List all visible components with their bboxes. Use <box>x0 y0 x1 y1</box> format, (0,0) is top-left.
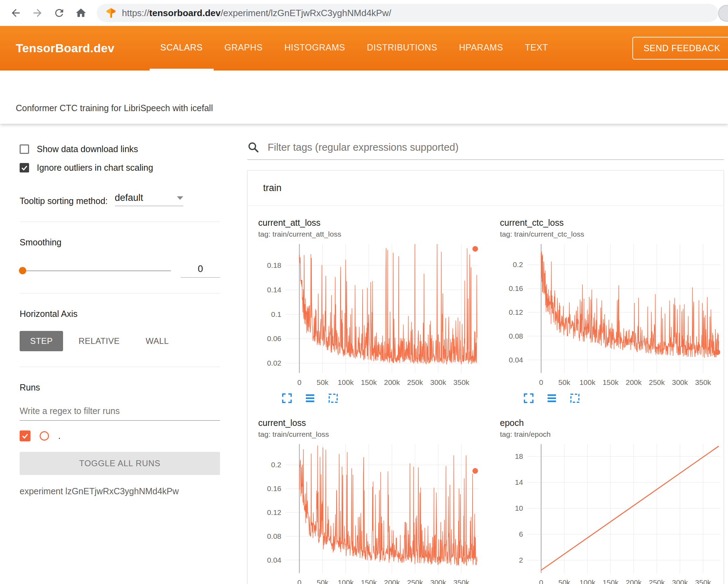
show-download-links-row: Show data download links <box>20 144 220 154</box>
smoothing-label: Smoothing <box>20 237 220 247</box>
tab-hparams[interactable]: HPARAMS <box>448 26 514 70</box>
send-feedback-button[interactable]: SEND FEEDBACK <box>632 37 728 60</box>
url-text: https://tensorboard.dev/experiment/lzGnE… <box>122 8 391 19</box>
axis-relative-button[interactable]: RELATIVE <box>68 331 130 351</box>
tooltip-sorting-label: Tooltip sorting method: <box>20 196 108 206</box>
svg-text:150k: 150k <box>361 378 377 386</box>
section-title-train[interactable]: train <box>248 171 723 206</box>
svg-text:0.02: 0.02 <box>267 359 281 367</box>
svg-text:350k: 350k <box>453 378 469 386</box>
ignore-outliers-label: Ignore outliers in chart scaling <box>37 163 153 173</box>
home-icon[interactable] <box>75 7 87 19</box>
svg-text:0.16: 0.16 <box>267 484 281 493</box>
smoothing-slider[interactable] <box>20 270 171 271</box>
scalar-chart-current-loss: current_loss tag: train/current_loss 0.0… <box>258 418 482 584</box>
svg-text:0.08: 0.08 <box>509 332 523 340</box>
ignore-outliers-row: Ignore outliers in chart scaling <box>20 163 220 173</box>
svg-text:250k: 250k <box>407 578 423 584</box>
chart-canvas[interactable]: 0.040.080.120.160.2050k100k150k200k250k3… <box>258 441 482 584</box>
chart-canvas[interactable]: 0.040.080.120.160.2050k100k150k200k250k3… <box>500 241 724 390</box>
run-checkbox[interactable] <box>20 430 30 441</box>
reload-icon[interactable] <box>53 7 65 19</box>
chart-actions <box>258 393 482 404</box>
svg-text:0: 0 <box>297 578 302 584</box>
tensorboard-favicon <box>106 8 116 18</box>
tab-scalars[interactable]: SCALARS <box>150 26 214 70</box>
scalar-chart-current-att-loss: current_att_loss tag: train/current_att_… <box>258 218 482 404</box>
axis-step-button[interactable]: STEP <box>20 331 63 351</box>
three-lines-icon[interactable] <box>304 393 316 404</box>
fit-domain-icon[interactable] <box>328 393 339 404</box>
url-path: /experiment/lzGnETjwRxC3yghNMd4kPw/ <box>221 8 391 18</box>
search-icon <box>247 141 259 153</box>
svg-text:150k: 150k <box>361 578 377 584</box>
app-logo[interactable]: TensorBoard.dev <box>16 41 115 55</box>
svg-text:100k: 100k <box>579 578 596 584</box>
chart-tag: tag: train/epoch <box>500 430 724 439</box>
smoothing-control: 0 <box>20 264 220 278</box>
url-domain: tensorboard.dev <box>149 8 221 18</box>
run-name: . <box>58 431 61 441</box>
svg-text:0.14: 0.14 <box>267 286 281 294</box>
expand-chart-icon[interactable] <box>281 393 293 404</box>
svg-text:2: 2 <box>519 556 523 564</box>
svg-text:300k: 300k <box>672 578 688 584</box>
chevron-down-icon <box>177 196 183 200</box>
chart-actions <box>500 393 724 404</box>
tab-distributions[interactable]: DISTRIBUTIONS <box>356 26 448 70</box>
svg-text:300k: 300k <box>672 378 688 386</box>
svg-text:0: 0 <box>297 378 302 386</box>
filter-tags-input[interactable] <box>268 142 724 153</box>
svg-text:350k: 350k <box>453 578 469 584</box>
svg-text:50k: 50k <box>558 378 570 386</box>
show-download-links-checkbox[interactable] <box>20 144 29 154</box>
toggle-all-runs-button[interactable]: TOGGLE ALL RUNS <box>20 452 220 475</box>
svg-text:250k: 250k <box>649 578 665 584</box>
url-scheme: https:// <box>122 8 149 18</box>
run-color-swatch[interactable] <box>40 431 49 441</box>
svg-text:200k: 200k <box>384 378 400 386</box>
chart-tag: tag: train/current_att_loss <box>258 230 482 238</box>
svg-text:0.08: 0.08 <box>267 532 281 540</box>
svg-text:18: 18 <box>515 452 523 460</box>
svg-text:0.2: 0.2 <box>271 461 281 469</box>
chart-title: current_ctc_loss <box>500 218 724 228</box>
svg-text:0.1: 0.1 <box>271 310 281 318</box>
svg-text:100k: 100k <box>338 578 354 584</box>
svg-text:0.06: 0.06 <box>267 334 281 342</box>
smoothing-value-field[interactable]: 0 <box>181 264 220 278</box>
chart-canvas[interactable]: 26101418050k100k150k200k250k300k350k <box>500 441 724 584</box>
tab-graphs[interactable]: GRAPHS <box>214 26 274 70</box>
experiment-title-bar: Conformer CTC training for LibriSpeech w… <box>0 70 728 124</box>
run-row: . <box>20 430 220 441</box>
three-lines-icon[interactable] <box>546 393 557 404</box>
forward-icon[interactable] <box>32 7 43 19</box>
tooltip-sorting-value: default <box>115 192 143 203</box>
address-bar[interactable]: https://tensorboard.dev/experiment/lzGnE… <box>97 4 718 22</box>
tab-histograms[interactable]: HISTOGRAMS <box>274 26 356 70</box>
svg-text:0.18: 0.18 <box>267 261 281 269</box>
svg-text:250k: 250k <box>407 378 423 386</box>
svg-text:250k: 250k <box>649 378 665 386</box>
fit-domain-icon[interactable] <box>569 393 581 404</box>
filter-tags-row <box>247 141 724 160</box>
tooltip-sorting-select[interactable]: default <box>115 192 183 206</box>
runs-filter-input[interactable] <box>20 402 220 421</box>
expand-chart-icon[interactable] <box>523 393 534 404</box>
svg-text:50k: 50k <box>317 378 329 386</box>
svg-text:200k: 200k <box>626 378 642 386</box>
app-header: TensorBoard.dev SCALARS GRAPHS HISTOGRAM… <box>0 26 728 70</box>
experiment-id-label: experiment lzGnETjwRxC3yghNMd4kPw <box>20 486 220 496</box>
chart-canvas[interactable]: 0.020.060.10.140.18050k100k150k200k250k3… <box>258 241 482 390</box>
chart-title: epoch <box>500 418 724 428</box>
profile-avatar[interactable] <box>718 5 728 22</box>
ignore-outliers-checkbox[interactable] <box>20 163 29 172</box>
chart-tag: tag: train/current_loss <box>258 430 482 439</box>
divider <box>20 222 220 222</box>
svg-text:0.12: 0.12 <box>267 508 281 516</box>
smoothing-slider-thumb[interactable] <box>19 267 26 274</box>
tab-text[interactable]: TEXT <box>514 26 559 70</box>
axis-wall-button[interactable]: WALL <box>135 331 179 351</box>
back-icon[interactable] <box>10 7 22 19</box>
charts-grid: current_att_loss tag: train/current_att_… <box>248 206 723 584</box>
